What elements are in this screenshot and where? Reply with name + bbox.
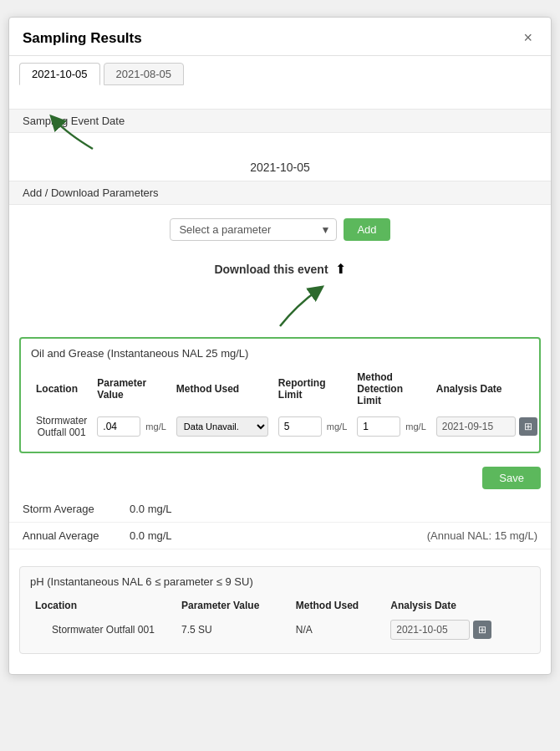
storm-average-value: 0.0 mg/L	[130, 503, 172, 515]
ph-col-analysis-date: Analysis Date	[385, 596, 530, 615]
modal-header: Sampling Results ×	[9, 18, 551, 56]
modal-title: Sampling Results	[23, 30, 142, 47]
arrow-svg	[18, 109, 118, 154]
parameter-select[interactable]: Select a parameter	[170, 218, 337, 241]
og-detection-cell: mg/L	[352, 410, 430, 443]
add-download-section-label: Add / Download Parameters	[9, 181, 551, 205]
ph-method: N/A	[291, 615, 385, 645]
save-row: Save	[9, 460, 551, 496]
og-date-input[interactable]	[436, 416, 516, 437]
og-param-value-cell: mg/L	[92, 410, 171, 443]
ph-title: pH (Instantaneous NAL 6 ≤ parameter ≤ 9 …	[30, 575, 530, 588]
og-method-cell: Data Unavail.	[171, 410, 273, 443]
date-display: 2021-10-05	[9, 154, 551, 181]
add-parameter-button[interactable]: Add	[344, 218, 389, 241]
og-reporting-cell: mg/L	[273, 410, 352, 443]
col-location: Location	[31, 368, 92, 410]
download-arrow-area	[9, 280, 551, 330]
tab-date-1[interactable]: 2021-10-05	[19, 63, 100, 85]
oil-grease-block: Oil and Grease (Instantaneous NAL 25 mg/…	[19, 337, 541, 453]
tabs-row: 2021-10-05 2021-08-05	[9, 56, 551, 85]
ph-col-location: Location	[30, 596, 176, 615]
ph-date-cell: ⊞	[385, 615, 530, 645]
table-row: Stormwater Outfall 001 mg/L Data Unavail…	[31, 410, 542, 443]
tab-date-2[interactable]: 2021-08-05	[104, 63, 185, 85]
ph-location: Stormwater Outfall 001	[30, 615, 176, 645]
save-button[interactable]: Save	[482, 467, 541, 489]
og-detection-input[interactable]	[357, 416, 400, 437]
ph-block: pH (Instantaneous NAL 6 ≤ parameter ≤ 9 …	[19, 566, 541, 654]
ph-date-input[interactable]	[390, 620, 470, 640]
storm-average-label: Storm Average	[23, 503, 123, 515]
og-param-value-input[interactable]	[97, 416, 140, 437]
ph-subtitle: (Instantaneous NAL 6 ≤ parameter ≤ 9 SU)	[47, 575, 252, 588]
og-location: Stormwater Outfall 001	[31, 410, 92, 443]
og-calendar-button[interactable]: ⊞	[519, 417, 537, 436]
og-reporting-input[interactable]	[278, 416, 322, 437]
col-analysis-date: Analysis Date	[431, 368, 542, 410]
download-area-wrapper: Download this event ⬆	[9, 254, 551, 330]
ph-calendar-button[interactable]: ⊞	[473, 621, 491, 639]
sampling-results-modal: Sampling Results × 2021-10-05 2021-08-05…	[8, 17, 552, 675]
oil-grease-title: Oil and Grease (Instantaneous NAL 25 mg/…	[31, 347, 529, 360]
annual-average-note: (Annual NAL: 15 mg/L)	[427, 529, 537, 542]
ph-header-row: Location Parameter Value Method Used Ana…	[30, 596, 530, 615]
annual-average-row: Annual Average 0.0 mg/L (Annual NAL: 15 …	[9, 523, 551, 549]
storm-average-row: Storm Average 0.0 mg/L	[9, 496, 551, 523]
col-param-value: Parameter Value	[92, 368, 171, 410]
og-date-cell: ⊞	[431, 410, 542, 443]
og-method-select[interactable]: Data Unavail.	[176, 416, 268, 437]
add-parameter-row: Select a parameter ▼ Add	[9, 205, 551, 254]
ph-col-param-value: Parameter Value	[176, 596, 291, 615]
download-icon[interactable]: ⬆	[335, 261, 346, 277]
og-reporting-unit: mg/L	[327, 421, 347, 432]
og-param-unit: mg/L	[145, 421, 165, 432]
select-wrapper: Select a parameter ▼	[170, 218, 337, 241]
col-reporting-limit: Reporting Limit	[273, 368, 352, 410]
ph-col-method: Method Used	[291, 596, 385, 615]
close-button[interactable]: ×	[518, 28, 537, 49]
oil-grease-header-row: Location Parameter Value Method Used Rep…	[31, 368, 542, 410]
ph-table: Location Parameter Value Method Used Ana…	[30, 596, 530, 645]
arrow-annotation-area: Sampling Event Date	[9, 109, 551, 154]
col-detection-limit: Method Detection Limit	[352, 368, 430, 410]
download-text: Download this event	[214, 263, 328, 276]
annual-average-label: Annual Average	[23, 529, 123, 542]
ph-param-value: 7.5 SU	[176, 615, 291, 645]
download-area: Download this event ⬆	[9, 254, 551, 280]
oil-grease-table: Location Parameter Value Method Used Rep…	[31, 368, 542, 443]
annual-average-value: 0.0 mg/L	[130, 529, 172, 542]
col-method-used: Method Used	[171, 368, 273, 410]
oil-grease-subtitle: (Instantaneous NAL 25 mg/L)	[107, 347, 248, 360]
og-detection-unit: mg/L	[405, 421, 425, 432]
table-row: Stormwater Outfall 001 7.5 SU N/A ⊞	[30, 615, 530, 645]
download-arrow-svg	[272, 280, 372, 330]
